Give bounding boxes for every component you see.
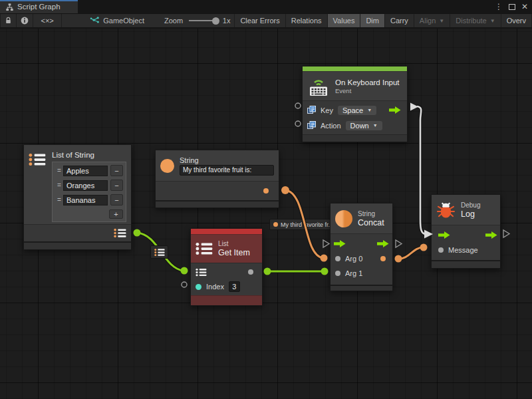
flow-output-port[interactable] [377, 240, 389, 247]
dim-toggle[interactable]: Dim [360, 14, 385, 27]
index-input-port[interactable] [196, 284, 201, 290]
node-list-of-string[interactable]: List of String = Apples − = Oranges − = [23, 144, 132, 250]
tab-title: Script Graph [17, 3, 61, 11]
tab-script-graph[interactable]: Script Graph [0, 0, 78, 13]
unconnected-port-key[interactable] [295, 103, 301, 108]
action-port-row: Action Down ▼ [303, 118, 407, 133]
bug-icon [436, 200, 456, 219]
clear-errors-button[interactable]: Clear Errors [234, 14, 285, 27]
node-category: List [218, 240, 250, 247]
list-output-port-row [24, 224, 131, 241]
info-button[interactable] [17, 14, 33, 27]
list-item-input[interactable]: Oranges [63, 180, 108, 191]
unconnected-port-index[interactable] [182, 282, 187, 287]
arg0-label: Arg 0 [345, 255, 362, 263]
zoom-slider[interactable] [189, 14, 218, 27]
input-binding-icon [307, 121, 316, 130]
flow-output-port[interactable] [389, 106, 401, 114]
arg0-port-row: Arg 0 [331, 251, 392, 266]
relations-button[interactable]: Relations [286, 14, 328, 27]
list-item-row: = Oranges − [55, 180, 123, 191]
flow-output-port[interactable] [485, 231, 497, 239]
remove-item-button[interactable]: − [110, 194, 123, 205]
node-title: Log [461, 209, 480, 219]
unconnected-flow-out-log[interactable] [503, 230, 509, 237]
list-item-input[interactable]: Bananas [63, 195, 108, 205]
code-view-button[interactable]: <×> [33, 14, 62, 27]
align-dropdown[interactable]: Align ▼ [414, 14, 450, 27]
carry-toggle[interactable]: Carry [385, 14, 414, 27]
message-port-row: Message [432, 243, 500, 257]
unconnected-port-action[interactable] [295, 121, 301, 126]
action-dropdown[interactable]: Down ▼ [346, 121, 382, 130]
remove-item-button[interactable]: − [110, 180, 123, 191]
node-footer [432, 260, 500, 268]
unconnected-flow-out-concat[interactable] [396, 240, 402, 247]
node-debug-log[interactable]: Debug Log Message [431, 194, 501, 269]
add-item-button[interactable]: + [109, 209, 123, 219]
distribute-dropdown[interactable]: Distribute ▼ [450, 14, 501, 27]
gameobject-label: GameObject [103, 17, 144, 25]
node-footer [331, 285, 392, 291]
error-strip [191, 229, 262, 234]
window-close-icon[interactable]: ✕ [521, 3, 528, 11]
active-tab-indicator [0, 0, 78, 1]
node-get-item[interactable]: List Get Item Index 3 [190, 228, 263, 306]
list-of-string-header: List of String = Apples − = Oranges − = [24, 145, 131, 224]
graph-canvas[interactable]: My third favorite fr... List of String =… [0, 29, 532, 399]
list-output-port-icon[interactable] [114, 228, 126, 238]
node-footer-error [191, 295, 262, 305]
node-footer [24, 241, 131, 249]
item-output-port[interactable] [248, 269, 253, 275]
list-icon [29, 152, 46, 167]
string-value-input[interactable]: My third favorite fruit is: [180, 165, 274, 176]
string-output-port-row [156, 181, 279, 200]
window-menu-icon[interactable]: ⋮ [495, 3, 503, 11]
wire-keyboard-to-log[interactable] [410, 103, 433, 239]
drag-handle[interactable]: = [55, 196, 63, 203]
index-port-row: Index 3 [191, 279, 262, 294]
node-on-keyboard-input[interactable]: On Keyboard Input Event Key Space ▼ [302, 66, 408, 142]
lock-button[interactable] [0, 14, 17, 27]
event-color-strip [303, 66, 407, 71]
wire-getitem-to-concat[interactable] [264, 268, 329, 275]
wire-concat-to-log[interactable] [395, 244, 428, 263]
list-editor: = Apples − = Oranges − = Bananas − [52, 162, 126, 222]
node-footer [303, 134, 407, 142]
index-value-input[interactable]: 3 [229, 281, 240, 292]
node-string-literal[interactable]: String My third favorite fruit is: [155, 150, 279, 208]
drag-handle[interactable]: = [55, 167, 63, 174]
string-output-port[interactable] [263, 188, 269, 194]
zoom-value: 1x [223, 14, 231, 27]
zoom-slider-thumb[interactable] [212, 17, 219, 25]
string-concat-icon [335, 210, 352, 227]
arg1-input-port[interactable] [335, 271, 340, 276]
node-footer [156, 200, 279, 207]
node-title: On Keyboard Input [335, 78, 400, 86]
list-icon [196, 241, 213, 256]
result-output-port[interactable] [380, 256, 386, 261]
list-item-input[interactable]: Apples [63, 166, 108, 176]
node-title: Get Item [218, 248, 250, 257]
list-input-port-row [191, 265, 262, 279]
list-item-row: = Apples − [55, 165, 123, 176]
key-dropdown[interactable]: Space ▼ [338, 106, 376, 115]
unconnected-flow-in-concat[interactable] [323, 240, 329, 247]
action-label: Action [321, 122, 341, 130]
flow-wire-start-arrow [410, 103, 418, 111]
node-concat[interactable]: String Concat Arg 0 A [330, 203, 393, 291]
window-maximize-icon[interactable] [509, 4, 515, 10]
list-input-port-icon[interactable] [196, 268, 207, 277]
flow-input-port[interactable] [438, 231, 450, 239]
keyboard-node-header: On Keyboard Input Event [303, 71, 407, 100]
arg0-input-port[interactable] [335, 256, 340, 261]
drag-handle[interactable]: = [55, 182, 63, 189]
flow-port-row [432, 227, 500, 243]
values-toggle[interactable]: Values [328, 14, 361, 27]
message-input-port[interactable] [438, 247, 444, 253]
chevron-down-icon: ▼ [367, 108, 372, 112]
flow-input-port[interactable] [334, 240, 346, 247]
graph-target[interactable]: GameObject [90, 14, 144, 27]
overview-button[interactable]: Overv [501, 14, 532, 27]
remove-item-button[interactable]: − [110, 165, 123, 176]
